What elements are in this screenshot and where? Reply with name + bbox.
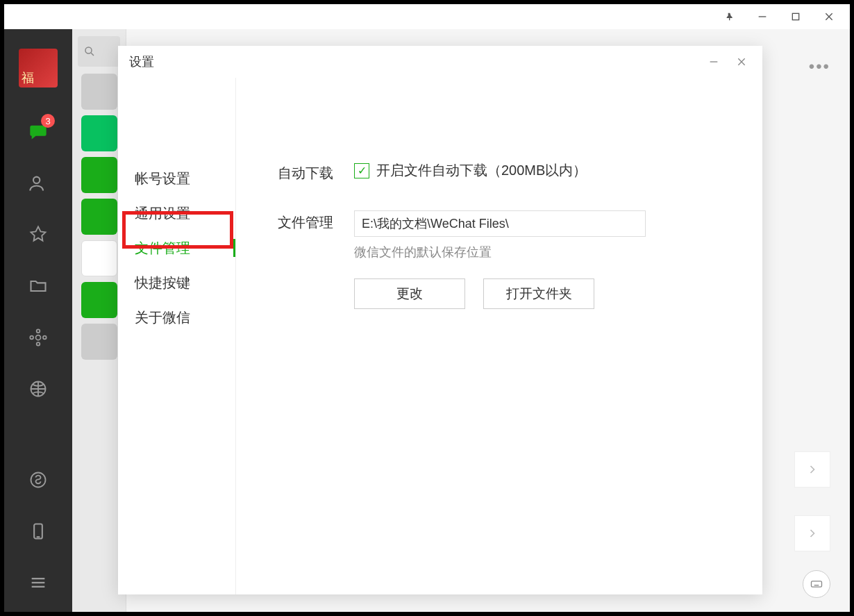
titlebar [4, 4, 850, 29]
sidebar-favorites-icon[interactable] [23, 219, 53, 250]
sidebar-miniprogram-icon[interactable] [23, 465, 53, 495]
nav-shortcuts[interactable]: 快捷按键 [125, 265, 235, 300]
row-auto-download: 自动下载 ✓ 开启文件自动下载（200MB以内） [278, 161, 735, 183]
list-item[interactable] [81, 324, 117, 360]
sidebar: 3 [4, 29, 72, 612]
svg-rect-22 [710, 61, 718, 62]
svg-point-7 [43, 336, 47, 340]
svg-point-5 [37, 342, 40, 346]
settings-content: 自动下载 ✓ 开启文件自动下载（200MB以内） 文件管理 E:\我的文档\We… [236, 78, 762, 594]
open-folder-button[interactable]: 打开文件夹 [483, 278, 594, 309]
svg-point-15 [85, 47, 92, 53]
chevron-right-icon[interactable] [794, 515, 830, 551]
close-button[interactable] [822, 10, 836, 24]
auto-download-text: 开启文件自动下载（200MB以内） [376, 161, 587, 180]
list-item[interactable] [81, 240, 117, 276]
chat-badge: 3 [41, 114, 55, 128]
settings-nav: 帐号设置 通用设置 文件管理 快捷按键 关于微信 [118, 78, 236, 594]
dialog-titlebar: 设置 [118, 46, 762, 78]
pin-button[interactable] [722, 10, 736, 24]
keyboard-icon[interactable] [803, 570, 830, 598]
svg-point-4 [37, 329, 40, 333]
sidebar-moments-icon[interactable] [23, 322, 53, 353]
settings-dialog: 设置 帐号设置 通用设置 文件管理 快捷按键 关于微信 自动下载 [118, 46, 762, 594]
change-button[interactable]: 更改 [354, 278, 465, 309]
nav-file-management[interactable]: 文件管理 [125, 231, 235, 265]
sidebar-menu-icon[interactable] [23, 567, 53, 598]
sidebar-contacts-icon[interactable] [23, 168, 53, 199]
svg-rect-1 [792, 13, 798, 19]
chevron-right-icon[interactable] [794, 451, 830, 488]
svg-point-3 [36, 335, 41, 340]
row-file-management: 文件管理 E:\我的文档\WeChat Files\ 微信文件的默认保存位置 更… [278, 210, 735, 309]
dialog-title: 设置 [129, 53, 154, 70]
nav-account-settings[interactable]: 帐号设置 [125, 161, 235, 196]
nav-about[interactable]: 关于微信 [125, 300, 235, 335]
nav-general-settings[interactable]: 通用设置 [125, 196, 235, 231]
minimize-button[interactable] [755, 10, 769, 24]
chat-more-icon[interactable]: ••• [809, 57, 830, 76]
list-item[interactable] [81, 74, 117, 110]
sidebar-files-icon[interactable] [23, 271, 53, 301]
auto-download-checkbox[interactable]: ✓ [354, 163, 369, 178]
svg-point-6 [30, 336, 33, 340]
app-window: 3 [4, 4, 850, 612]
auto-download-label: 自动下载 [278, 161, 354, 183]
svg-point-2 [33, 177, 40, 183]
file-path-hint: 微信文件的默认保存位置 [354, 244, 735, 260]
list-item[interactable] [81, 115, 117, 151]
file-path-input[interactable]: E:\我的文档\WeChat Files\ [354, 210, 646, 237]
search-input-stub[interactable] [78, 36, 120, 67]
avatar[interactable] [19, 49, 58, 88]
sidebar-browse-icon[interactable] [23, 374, 53, 404]
sidebar-chat-icon[interactable]: 3 [23, 117, 53, 147]
dialog-minimize-button[interactable] [704, 52, 723, 72]
dialog-close-button[interactable] [732, 52, 751, 72]
list-item[interactable] [81, 282, 117, 318]
maximize-button[interactable] [789, 10, 803, 24]
svg-rect-0 [759, 16, 767, 17]
list-item[interactable] [81, 157, 117, 193]
sidebar-phone-icon[interactable] [23, 516, 53, 547]
svg-line-16 [91, 53, 94, 56]
list-item[interactable] [81, 199, 117, 235]
svg-rect-17 [812, 581, 822, 587]
file-manage-label: 文件管理 [278, 210, 354, 232]
